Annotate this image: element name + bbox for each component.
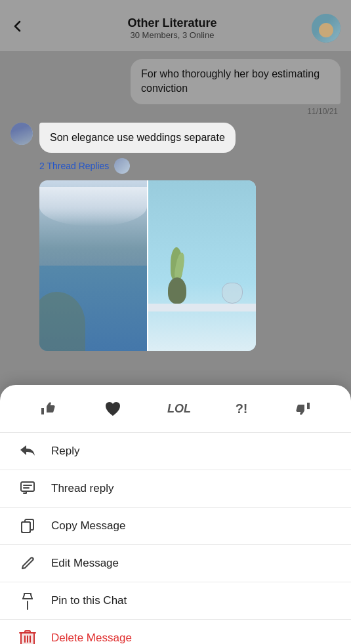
bubble-left-text: Son elegance use weddings separate xyxy=(39,123,236,153)
channel-avatar[interactable] xyxy=(312,14,341,43)
delete-item[interactable]: Delete Message xyxy=(0,620,351,644)
reaction-thumbs-down[interactable] xyxy=(292,398,313,419)
header: Other Literature 30 Members, 3 Online xyxy=(0,0,351,51)
thread-reply-avatar xyxy=(114,158,130,174)
thread-reply-item[interactable]: Thread reply xyxy=(0,470,351,507)
bubble-right-text: For who thoroughly her boy estimating co… xyxy=(131,59,341,104)
thread-reply-label: Thread reply xyxy=(51,482,114,495)
image-still-life xyxy=(147,180,256,351)
edit-message-item[interactable]: Edit Message xyxy=(0,545,351,582)
message-timestamp: 11/10/21 xyxy=(10,107,341,116)
pin-icon xyxy=(18,592,37,610)
thread-replies-label: 2 Thread Replies xyxy=(39,161,109,171)
svg-rect-0 xyxy=(21,482,34,491)
bottom-sheet: LOL ?! Reply Thre xyxy=(0,385,351,644)
channel-subtitle: 30 Members, 3 Online xyxy=(33,30,312,40)
delete-label: Delete Message xyxy=(51,632,132,644)
reaction-lol-text: LOL xyxy=(167,402,191,416)
thread-reply-icon xyxy=(18,479,37,498)
delete-icon xyxy=(18,629,37,644)
reply-label: Reply xyxy=(51,445,79,458)
edit-icon xyxy=(18,554,37,573)
reaction-thumbs-up[interactable] xyxy=(38,398,59,419)
image-landscape xyxy=(39,180,147,351)
pin-item[interactable]: Pin to this Chat xyxy=(0,582,351,619)
image-grid[interactable] xyxy=(39,180,256,351)
reaction-qi-text: ?! xyxy=(236,401,248,416)
reaction-heart[interactable] xyxy=(103,399,123,418)
edit-message-label: Edit Message xyxy=(51,557,119,570)
channel-title: Other Literature xyxy=(33,16,312,30)
pin-label: Pin to this Chat xyxy=(51,594,127,607)
message-left: Son elegance use weddings separate xyxy=(10,123,341,153)
reply-item[interactable]: Reply xyxy=(0,433,351,470)
reaction-row: LOL ?! xyxy=(0,398,351,419)
back-button[interactable] xyxy=(10,19,25,37)
reaction-qi[interactable]: ?! xyxy=(236,401,248,416)
message-right: For who thoroughly her boy estimating co… xyxy=(10,59,341,104)
copy-icon xyxy=(18,517,37,535)
chat-area: For who thoroughly her boy estimating co… xyxy=(0,51,351,385)
reply-icon xyxy=(18,442,37,460)
svg-rect-4 xyxy=(22,522,30,533)
header-center: Other Literature 30 Members, 3 Online xyxy=(33,16,312,40)
copy-message-label: Copy Message xyxy=(51,519,125,533)
copy-message-item[interactable]: Copy Message xyxy=(0,508,351,544)
thread-replies-row[interactable]: 2 Thread Replies xyxy=(39,158,341,174)
reaction-lol[interactable]: LOL xyxy=(167,402,191,416)
sender-avatar xyxy=(10,123,33,145)
